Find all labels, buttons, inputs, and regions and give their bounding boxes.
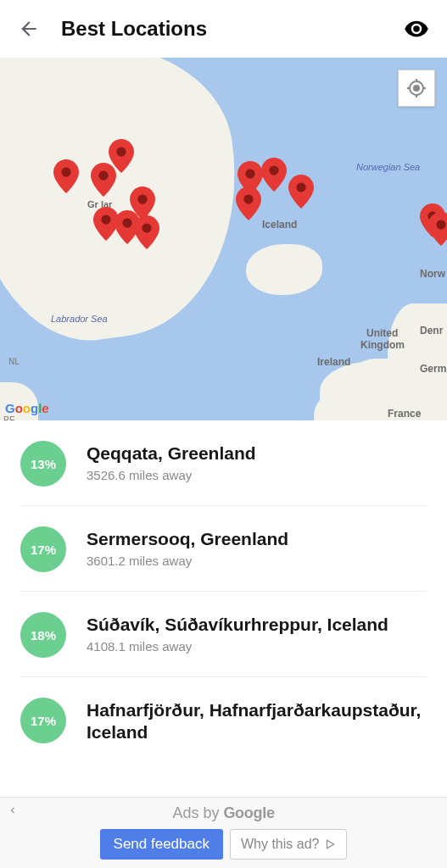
svg-point-9 bbox=[243, 194, 253, 203]
map-attribution: Google bbox=[5, 401, 49, 415]
map-pin[interactable] bbox=[428, 212, 447, 246]
map-label-country: United bbox=[366, 327, 398, 339]
ad-byline-brand: Google bbox=[223, 804, 274, 821]
svg-point-7 bbox=[245, 169, 254, 178]
landmass bbox=[0, 58, 257, 354]
map-pin[interactable] bbox=[53, 159, 79, 193]
map-pin[interactable] bbox=[288, 175, 314, 209]
location-name: Qeqqata, Greenland bbox=[87, 442, 256, 465]
location-distance: 4108.1 miles away bbox=[87, 639, 388, 654]
arrow-left-icon bbox=[18, 18, 40, 40]
map-label-sea: Labrador Sea bbox=[51, 314, 108, 324]
svg-point-0 bbox=[61, 167, 70, 176]
location-name: Sermersooq, Greenland bbox=[87, 528, 288, 550]
svg-point-4 bbox=[101, 214, 110, 224]
percent-badge: 17% bbox=[20, 526, 66, 572]
back-button[interactable] bbox=[15, 15, 42, 42]
svg-point-1 bbox=[98, 170, 108, 180]
visibility-button[interactable] bbox=[401, 14, 432, 44]
map-label-country: Norw bbox=[420, 268, 445, 280]
landmass bbox=[246, 244, 322, 295]
svg-point-5 bbox=[122, 218, 131, 227]
map-label-country: Ireland bbox=[317, 356, 350, 368]
map-label-region: NL bbox=[8, 357, 20, 366]
chevron-left-icon bbox=[7, 804, 19, 816]
adchoices-icon bbox=[324, 838, 336, 850]
ad-banner: Ads by Google Send feedback Why this ad? bbox=[0, 797, 447, 868]
ad-why-button[interactable]: Why this ad? bbox=[230, 829, 347, 860]
location-list: 13% Qeqqata, Greenland 3526.6 miles away… bbox=[0, 420, 447, 766]
my-location-button[interactable] bbox=[398, 70, 435, 107]
location-distance: 3526.6 miles away bbox=[87, 468, 256, 482]
map-label-region: PE bbox=[3, 415, 15, 420]
ad-byline-prefix: Ads by bbox=[172, 804, 223, 821]
percent-badge: 18% bbox=[20, 612, 66, 658]
svg-point-12 bbox=[436, 220, 445, 229]
ad-byline: Ads by Google bbox=[0, 803, 447, 829]
map-pin[interactable] bbox=[261, 158, 287, 192]
ad-close-button[interactable] bbox=[5, 803, 20, 818]
ad-feedback-button[interactable]: Send feedback bbox=[100, 829, 223, 860]
location-row[interactable]: 17% Sermersooq, Greenland 3601.2 miles a… bbox=[20, 506, 427, 592]
svg-point-2 bbox=[116, 147, 126, 156]
svg-point-8 bbox=[269, 165, 278, 175]
percent-badge: 13% bbox=[20, 441, 66, 487]
percent-badge: 17% bbox=[20, 698, 66, 743]
map-pin[interactable] bbox=[236, 186, 261, 220]
map-pin[interactable] bbox=[109, 139, 134, 173]
location-row[interactable]: 18% Súðavík, Súðavíkurhreppur, Iceland 4… bbox=[20, 592, 427, 677]
crosshair-icon bbox=[406, 78, 427, 98]
eye-icon bbox=[404, 16, 429, 42]
map-label-country: Germ bbox=[420, 363, 446, 375]
location-row[interactable]: 17% Hafnarfjörður, Hafnarfjarðarkaupstað… bbox=[20, 677, 427, 766]
location-name: Hafnarfjörður, Hafnarfjarðarkaupstaður, … bbox=[87, 699, 427, 744]
svg-point-6 bbox=[142, 223, 151, 232]
map-label-sea: Norwegian Sea bbox=[356, 162, 420, 172]
svg-point-3 bbox=[137, 194, 147, 203]
page-title: Best Locations bbox=[61, 17, 401, 41]
svg-point-10 bbox=[296, 182, 305, 192]
ad-why-label: Why this ad? bbox=[241, 837, 319, 852]
location-name: Súðavík, Súðavíkurhreppur, Iceland bbox=[87, 614, 388, 636]
map-label-country: France bbox=[388, 408, 421, 420]
map-label-country: Iceland bbox=[262, 219, 297, 231]
map-view[interactable]: Norwegian Sea Labrador Sea Iceland Norw … bbox=[0, 58, 447, 420]
map-pin[interactable] bbox=[134, 215, 159, 249]
location-row[interactable]: 13% Qeqqata, Greenland 3526.6 miles away bbox=[20, 420, 427, 506]
map-label-country: Kingdom bbox=[360, 339, 405, 351]
location-distance: 3601.2 miles away bbox=[87, 554, 288, 568]
map-label-country: Denr bbox=[420, 325, 443, 337]
